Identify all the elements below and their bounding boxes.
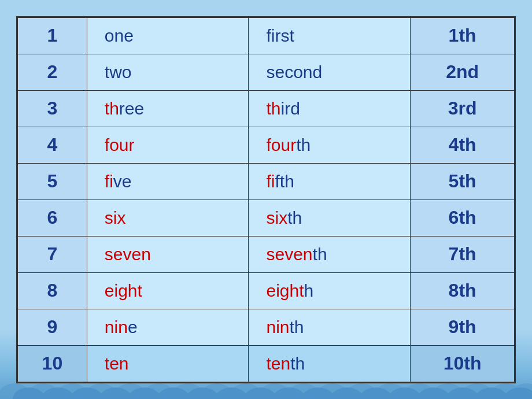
number-cell: 5	[18, 163, 87, 200]
word-cell: seven	[87, 236, 249, 272]
ordinal-word-cell: second	[249, 54, 411, 90]
number-cell: 2	[18, 54, 87, 90]
number-cell: 3	[18, 90, 87, 127]
word-cell: one	[87, 17, 249, 54]
table-row: 9 nine ninth 9th	[18, 309, 515, 345]
number-cell: 1	[18, 17, 87, 54]
ordinal-word-cell: eighth	[249, 272, 411, 309]
ordinal-word-cell: sixth	[249, 200, 411, 236]
word-cell: three	[87, 90, 249, 127]
word-cell: four	[87, 127, 249, 163]
table-row: 3 three third 3rd	[18, 90, 515, 127]
number-cell: 10	[18, 345, 87, 382]
table-row: 2 two second 2nd	[18, 54, 515, 90]
table-row: 6 six sixth 6th	[18, 200, 515, 236]
number-cell: 6	[18, 200, 87, 236]
abbr-cell: 10th	[411, 345, 515, 382]
number-cell: 9	[18, 309, 87, 345]
word-cell: six	[87, 200, 249, 236]
number-cell: 8	[18, 272, 87, 309]
numbers-table: 1 one first 1th 2 two second 2nd 3 three…	[16, 16, 516, 383]
abbr-cell: 7th	[411, 236, 515, 272]
ordinal-word-cell: seventh	[249, 236, 411, 272]
table-row: 7 seven seventh 7th	[18, 236, 515, 272]
number-cell: 4	[18, 127, 87, 163]
word-cell: five	[87, 163, 249, 200]
ordinal-word-cell: first	[249, 17, 411, 54]
ordinal-word-cell: third	[249, 90, 411, 127]
abbr-cell: 2nd	[411, 54, 515, 90]
word-cell: eight	[87, 272, 249, 309]
table-row: 4 four fourth 4th	[18, 127, 515, 163]
ordinal-word-cell: ninth	[249, 309, 411, 345]
table-row: 1 one first 1th	[18, 17, 515, 54]
abbr-cell: 5th	[411, 163, 515, 200]
abbr-cell: 1th	[411, 17, 515, 54]
table-row: 5 five fifth 5th	[18, 163, 515, 200]
number-cell: 7	[18, 236, 87, 272]
word-cell: ten	[87, 345, 249, 382]
abbr-cell: 3rd	[411, 90, 515, 127]
word-cell: nine	[87, 309, 249, 345]
word-cell: two	[87, 54, 249, 90]
abbr-cell: 8th	[411, 272, 515, 309]
ordinal-word-cell: tenth	[249, 345, 411, 382]
abbr-cell: 9th	[411, 309, 515, 345]
table-row: 8 eight eighth 8th	[18, 272, 515, 309]
ordinal-word-cell: fourth	[249, 127, 411, 163]
table-row: 10 ten tenth 10th	[18, 345, 515, 382]
abbr-cell: 4th	[411, 127, 515, 163]
abbr-cell: 6th	[411, 200, 515, 236]
ordinal-word-cell: fifth	[249, 163, 411, 200]
